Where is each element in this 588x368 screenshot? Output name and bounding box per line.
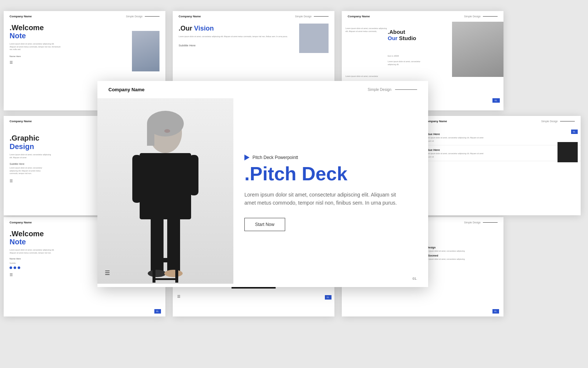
vision-image	[299, 24, 329, 53]
slide-header: Company Name Simple Design	[173, 11, 334, 22]
company-name-label: Company Name	[10, 15, 32, 18]
pitch-label: Pitch Deck Powerpointt	[244, 155, 417, 160]
tagline-label: Simple Design	[126, 15, 159, 18]
about-body3: Lorem ipsum dolor sit amet, consectetur	[345, 75, 378, 78]
value-item-2: Value Here Lorem ipsum dolor sit amet, c…	[419, 145, 581, 161]
stool-svg	[143, 254, 187, 284]
welcome-image	[132, 31, 159, 71]
main-content-area: ☰ Pitch Deck Powerpointt .Pitch Deck Lor…	[97, 98, 428, 284]
value-slide-number: 01.	[571, 130, 578, 134]
svg-rect-11	[151, 258, 180, 262]
graphic-body-left: Lorem ipsum dolor sit amet, consectetur …	[4, 153, 59, 160]
bottom-welcome-body: Lorem ipsum dolor sit amet, consectetur …	[10, 249, 61, 254]
tagline-line	[145, 16, 159, 17]
svg-rect-2	[147, 124, 154, 146]
slide-header: Company Name Simple Design	[419, 116, 581, 127]
value-image	[557, 142, 578, 162]
svg-rect-14	[153, 278, 178, 280]
main-pitch-title: .Pitch Deck	[244, 164, 417, 183]
main-description: Lorem ipsum dolor sit amet, consectetur …	[244, 191, 399, 207]
value-item-1: Value Here Lorem ipsum dolor sit amet, c…	[419, 130, 581, 145]
about-title: .About Our Studio	[388, 29, 416, 41]
slide-header: Company Name Simple Design	[4, 11, 165, 22]
slide-main-featured: Company Name Simple Design	[97, 81, 428, 287]
service-design: ✂ Design Lorem ipsum dolor sit amet, con…	[423, 246, 501, 252]
slide-header: Company Name Simple Design	[342, 11, 503, 22]
svg-rect-4	[132, 155, 141, 203]
about-body: Lorem ipsum dolor sit amet, consectetur …	[388, 60, 424, 66]
main-text-section: Pitch Deck Powerpointt .Pitch Deck Lorem…	[233, 98, 428, 284]
bot-center-slide-number: 01.	[325, 295, 331, 300]
bot-left-slide-number: 01.	[154, 309, 161, 314]
service-socmed: 📱 Socmed Lorem ipsum dolor sit amet, con…	[423, 254, 501, 263]
slide-values-mid: Company Name Simple Design Value Here Lo…	[419, 116, 581, 215]
about-body2: Lorem ipsum dolor sit amet, consectetur …	[345, 27, 388, 33]
bot-right-slide-number: 01.	[492, 309, 499, 314]
main-slide-page: 01.	[412, 277, 417, 280]
svg-point-10	[164, 129, 170, 133]
about-est: Est in 2008	[388, 55, 399, 57]
main-tagline: Simple Design	[368, 88, 417, 92]
svg-rect-3	[140, 153, 191, 219]
main-company-name: Company Name	[108, 87, 144, 92]
main-person-image	[97, 98, 233, 284]
start-now-button[interactable]: Start Now	[244, 218, 285, 231]
about-image	[452, 22, 503, 77]
graphic-body: Lorem ipsum dolor sit amet, consectetur …	[4, 166, 55, 176]
play-icon	[244, 155, 250, 160]
svg-rect-5	[189, 155, 198, 195]
main-person-section: ☰	[97, 98, 233, 284]
welcome-body: Lorem ipsum dolor sit amet, consectetur …	[10, 43, 61, 51]
main-slide-header: Company Name Simple Design	[97, 81, 428, 98]
about-slide-number: 01.	[492, 98, 500, 103]
main-menu-icon: ☰	[105, 269, 110, 276]
